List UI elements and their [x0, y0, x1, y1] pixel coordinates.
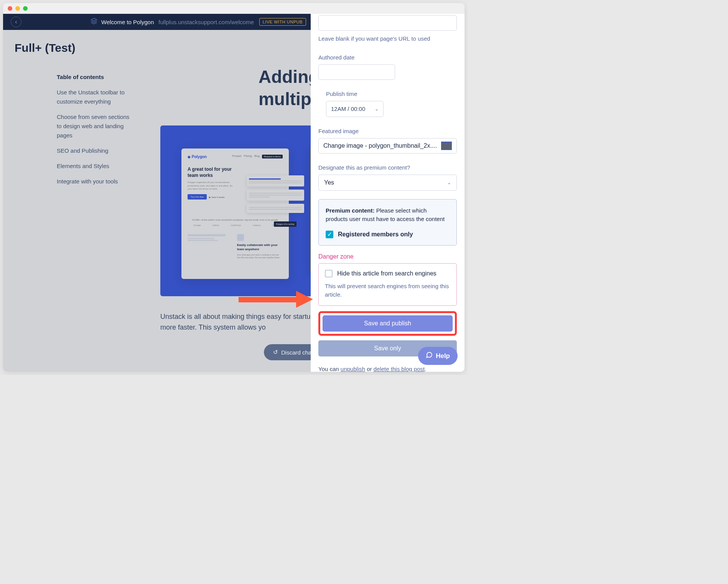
url-helper: Leave blank if you want page's URL to us… — [318, 35, 457, 43]
premium-info-box: Premium content: Please select which pro… — [318, 199, 457, 246]
highlight-annotation: Save and publish — [318, 311, 457, 336]
premium-content-select[interactable]: Yes ⌄ — [318, 175, 457, 191]
publish-time-select[interactable]: 12AM / 00:00 ⌄ — [326, 101, 384, 117]
close-window-icon[interactable] — [8, 6, 12, 11]
premium-info-text: Premium content: Please select which pro… — [326, 206, 450, 224]
hide-from-search-label: Hide this article from search engines — [337, 270, 436, 277]
featured-image-label: Featured image — [318, 128, 457, 134]
danger-zone-box: Hide this article from search engines Th… — [318, 263, 457, 306]
discard-label: Discard cha — [281, 349, 311, 356]
back-button[interactable]: ‹ — [11, 16, 21, 27]
registered-members-label: Registered members only — [338, 231, 413, 238]
breadcrumb-url: fullplus.unstacksupport.com/welcome — [158, 19, 254, 25]
live-status-badge: LIVE WITH UNPUB — [259, 18, 306, 26]
chevron-down-icon: ⌄ — [375, 106, 379, 112]
window-titlebar — [3, 3, 464, 14]
help-button[interactable]: Help — [418, 347, 458, 365]
maximize-window-icon[interactable] — [23, 6, 28, 11]
unpublish-link[interactable]: unpublish — [341, 366, 365, 372]
unpublish-text: You can unpublish or delete this blog po… — [318, 366, 457, 372]
publish-time-value: 12AM / 00:00 — [331, 106, 365, 112]
featured-image-value: Change image - polygon_thumbnail_2x.... — [323, 142, 437, 149]
minimize-window-icon[interactable] — [15, 6, 20, 11]
authored-date-label: Authored date — [318, 54, 457, 61]
publish-time-label: Publish time — [326, 91, 457, 97]
chevron-left-icon: ‹ — [15, 18, 17, 25]
chat-icon — [426, 351, 433, 360]
save-publish-label: Save and publish — [364, 320, 411, 327]
featured-image-field[interactable]: Change image - polygon_thumbnail_2x.... — [318, 138, 457, 153]
breadcrumb-title: Welcome to Polygon — [101, 19, 154, 25]
annotation-arrow — [239, 291, 314, 308]
delete-post-link[interactable]: delete this blog post — [374, 366, 425, 372]
hide-from-search-checkbox[interactable] — [325, 270, 333, 277]
registered-members-checkbox[interactable]: ✓ — [326, 231, 333, 238]
help-label: Help — [436, 352, 450, 360]
authored-date-input[interactable] — [318, 64, 395, 80]
image-thumbnail-icon — [441, 142, 452, 150]
danger-help-text: This will prevent search engines from se… — [325, 282, 450, 299]
save-only-label: Save only — [374, 345, 401, 352]
premium-content-label: Designate this as premium content? — [318, 164, 457, 171]
chevron-down-icon: ⌄ — [447, 180, 451, 185]
settings-panel: Leave blank if you want page's URL to us… — [311, 14, 464, 372]
save-and-publish-button[interactable]: Save and publish — [323, 315, 453, 332]
undo-icon: ↺ — [273, 349, 278, 356]
premium-content-value: Yes — [324, 179, 334, 186]
cube-icon — [91, 18, 97, 26]
danger-zone-heading: Danger zone — [318, 253, 457, 260]
url-input[interactable] — [318, 15, 457, 31]
